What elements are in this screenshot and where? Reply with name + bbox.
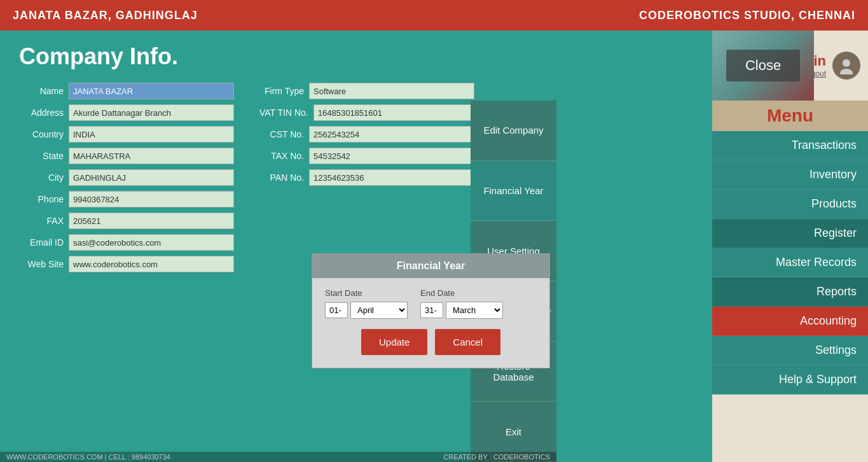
- name-input[interactable]: [69, 83, 234, 99]
- menu-item-settings[interactable]: Settings: [712, 336, 868, 365]
- header-left: JANATA BAZAR, GADHINGLAJ: [13, 9, 198, 22]
- firm-type-label: Firm Type: [259, 86, 304, 96]
- menu-items: Transactions Inventory Products Register…: [712, 131, 868, 462]
- pan-row: PAN No.: [259, 169, 479, 186]
- start-date-inputs: April JanuaryFebruaryMarch MayJuneJuly A…: [325, 302, 408, 319]
- country-row: Country: [19, 126, 234, 143]
- end-date-inputs: March JanuaryFebruary AprilMayJune JulyA…: [420, 302, 503, 319]
- city-row: City: [19, 169, 234, 186]
- main-container: Company Info. Name Address Country Stat: [0, 31, 868, 462]
- start-day-input[interactable]: [325, 302, 348, 318]
- footer-bar: WWW.CODEROBOTICS.COM | CELL : 9894030734…: [0, 452, 556, 462]
- tax-label: TAX No.: [259, 151, 304, 161]
- cst-label: CST No.: [259, 129, 304, 139]
- financial-year-header: Financial Year: [312, 254, 549, 278]
- start-date-col: Start Date April JanuaryFebruaryMarch Ma…: [325, 288, 408, 319]
- close-button[interactable]: Close: [726, 50, 800, 81]
- city-input[interactable]: [69, 169, 234, 186]
- phone-label: Phone: [19, 194, 64, 204]
- address-input[interactable]: [69, 104, 234, 121]
- side-actions: Edit Company Financial Year User Setting…: [471, 31, 556, 462]
- update-button[interactable]: Update: [361, 329, 427, 355]
- vat-tin-input[interactable]: [313, 104, 479, 121]
- header: JANATA BAZAR, GADHINGLAJ CODEROBOTICS ST…: [0, 0, 868, 31]
- pan-label: PAN No.: [259, 172, 304, 183]
- svg-point-0: [843, 59, 850, 67]
- address-row: Address: [19, 104, 234, 121]
- website-input[interactable]: [69, 256, 234, 272]
- fax-input[interactable]: [69, 213, 234, 229]
- address-label: Address: [19, 108, 64, 118]
- content-area: Company Info. Name Address Country Stat: [0, 31, 712, 462]
- state-row: State: [19, 148, 234, 164]
- state-input[interactable]: [69, 148, 234, 164]
- menu-item-products[interactable]: Products: [712, 190, 868, 219]
- cst-input[interactable]: [309, 126, 474, 143]
- financial-year-button[interactable]: Financial Year: [471, 161, 556, 221]
- svg-point-1: [840, 69, 853, 74]
- end-date-label: End Date: [420, 288, 503, 298]
- website-row: Web Site: [19, 256, 234, 272]
- avatar: [832, 52, 860, 80]
- right-form: Firm Type VAT TIN No. CST No. TAX No. PA…: [259, 83, 479, 272]
- edit-company-button[interactable]: Edit Company: [471, 101, 556, 161]
- menu-item-master-records[interactable]: Master Records: [712, 248, 868, 277]
- menu-title-bar: Menu: [712, 101, 868, 131]
- menu-item-register[interactable]: Register: [712, 219, 868, 248]
- firm-type-row: Firm Type: [259, 83, 479, 99]
- city-label: City: [19, 172, 64, 183]
- menu-panel: Admin Logout Close Menu Transaction: [712, 31, 868, 462]
- state-label: State: [19, 151, 64, 161]
- end-day-input[interactable]: [420, 302, 443, 318]
- fax-label: FAX: [19, 216, 64, 226]
- name-label: Name: [19, 86, 64, 96]
- website-label: Web Site: [19, 259, 64, 269]
- fy-buttons: Update Cancel: [325, 329, 537, 355]
- cst-row: CST No.: [259, 126, 479, 143]
- phone-row: Phone: [19, 191, 234, 207]
- pan-input[interactable]: [309, 169, 474, 186]
- footer-right: CREATED BY : CODEROBOTICS: [443, 453, 550, 461]
- left-form: Name Address Country State City: [19, 83, 234, 272]
- cancel-button[interactable]: Cancel: [435, 329, 500, 355]
- header-right: CODEROBOTICS STUDIO, CHENNAI: [639, 9, 855, 22]
- phone-input[interactable]: [69, 191, 234, 207]
- footer-left: WWW.CODEROBOTICS.COM | CELL : 9894030734: [6, 453, 170, 461]
- email-row: Email ID: [19, 234, 234, 251]
- end-month-select[interactable]: March JanuaryFebruary AprilMayJune JulyA…: [446, 302, 503, 319]
- menu-item-accounting[interactable]: Accounting: [712, 307, 868, 336]
- country-label: Country: [19, 129, 64, 139]
- tax-row: TAX No.: [259, 148, 479, 164]
- country-input[interactable]: [69, 126, 234, 143]
- name-row: Name: [19, 83, 234, 99]
- start-month-select[interactable]: April JanuaryFebruaryMarch MayJuneJuly A…: [350, 302, 408, 319]
- menu-item-transactions[interactable]: Transactions: [712, 131, 868, 160]
- tax-input[interactable]: [309, 148, 474, 164]
- form-container: Name Address Country State City: [19, 83, 693, 272]
- email-input[interactable]: [69, 234, 234, 251]
- fy-dates-row: Start Date April JanuaryFebruaryMarch Ma…: [325, 288, 537, 319]
- menu-title: Menu: [767, 106, 813, 125]
- menu-item-inventory[interactable]: Inventory: [712, 160, 868, 190]
- start-date-label: Start Date: [325, 288, 408, 298]
- fax-row: FAX: [19, 213, 234, 229]
- menu-item-reports[interactable]: Reports: [712, 277, 868, 307]
- financial-year-body: Start Date April JanuaryFebruaryMarch Ma…: [312, 278, 549, 368]
- page-title: Company Info.: [19, 43, 693, 70]
- email-label: Email ID: [19, 237, 64, 248]
- end-date-col: End Date March JanuaryFebruary AprilMayJ…: [420, 288, 503, 319]
- financial-year-panel: Financial Year Start Date April JanuaryF…: [312, 253, 550, 368]
- menu-item-help-support[interactable]: Help & Support: [712, 365, 868, 395]
- vat-tin-label: VAT TIN No.: [259, 108, 308, 118]
- firm-type-input[interactable]: [309, 83, 474, 99]
- vat-tin-row: VAT TIN No.: [259, 104, 479, 121]
